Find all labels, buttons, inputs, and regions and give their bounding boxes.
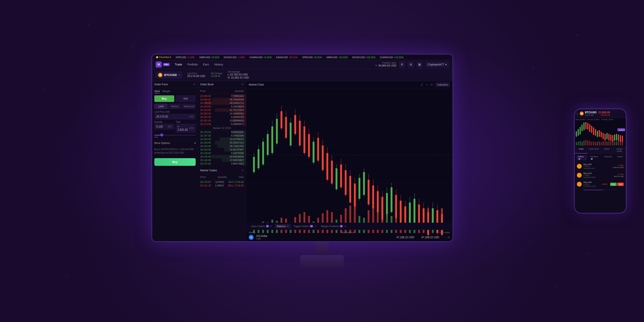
sell-button[interactable]: Sell <box>176 95 196 102</box>
market-trades-title: Market Trades <box>200 169 217 172</box>
trigger-orders-close[interactable]: ✕ <box>314 225 316 227</box>
chart-area[interactable]: 2 3 4 5 6 <box>246 88 452 241</box>
market-btn[interactable]: Market <box>168 104 182 109</box>
pair-selector[interactable]: ₿ BTC/USD ▾ <box>156 72 182 79</box>
buy-button[interactable]: Buy <box>154 95 174 102</box>
ob-bid-0[interactable]: 20,170.00 9.58339481 <box>198 130 246 134</box>
order-form-header: Order Form ✕ <box>152 81 198 88</box>
mobile-tab-depth[interactable]: Depth <box>600 147 613 154</box>
ob-ask-0[interactable]: 20,450.00 7.78583442 <box>198 94 246 98</box>
ob-ask-3[interactable]: 20,220.00 5.23639634 <box>198 105 246 108</box>
mobile-order-info-2: Buy Limit 1.0 BTC 21,500.00 USD <box>584 181 600 187</box>
favorites-label: ⭐ Favorites ▾ <box>156 56 171 59</box>
ob-bid-7[interactable]: 20,145.00 29.59538830 <box>198 155 246 158</box>
mobile-tab-positions[interactable]: Positions 2 <box>589 155 601 160</box>
grid-icon[interactable]: ⊞ <box>408 62 414 68</box>
ticker-item-7[interactable]: DOGE/USD +12.21% <box>352 56 375 59</box>
ticker-item-0[interactable]: XPR/USD -2.18% <box>176 56 195 59</box>
mobile-back-button[interactable]: ‹ <box>577 112 578 115</box>
mobile-tab-mobile-trades[interactable]: Trades <box>615 155 624 160</box>
ob-bid-1[interactable]: 20,167.00 6.59652599 <box>198 134 246 137</box>
ob-ask-5[interactable]: 20,200.00 10.41982052 <box>198 112 246 115</box>
ob-ask-7[interactable]: 20,181.00 11.69549418 <box>198 119 246 122</box>
submit-buy-button[interactable]: Buy <box>154 158 196 166</box>
mobile-buy-btn-2[interactable]: Buy <box>610 183 617 186</box>
more-options[interactable]: More Options ▾ <box>152 140 198 146</box>
tag-icon[interactable]: 🏷 <box>430 83 433 86</box>
ob-bid-6[interactable]: 20,149.00 9.18370000 <box>198 151 246 155</box>
market-trades-header: Market Trades ✕ <box>198 167 246 174</box>
ob-bid-4[interactable]: 20,155.00 28.73431355 <box>198 144 246 148</box>
mobile-chart-area[interactable]: Index 21,6003 24h Low: 21,450.0 24h High… <box>575 118 626 147</box>
balance-row-0: $ US Dollar USD 47,168.22 USD 47,168.22 … <box>249 234 450 240</box>
ob-bid-3[interactable]: 20,160.00 30.26027613 <box>198 141 246 144</box>
tab-spot[interactable]: Spot <box>154 90 160 94</box>
order-form-close[interactable]: ✕ <box>194 83 196 86</box>
balance-label: Balance <box>277 225 286 227</box>
mobile-order-2: Buy Limit 1.0 BTC 21,500.00 USD -0.46% B… <box>575 180 626 189</box>
ob-ask-4[interactable]: 20,310.00 41.75172824 <box>198 108 246 112</box>
mt-trade-1[interactable]: 20,121.16 1.46815 SELL 17:56:08 <box>198 184 246 187</box>
limit-btn[interactable]: Limit <box>154 104 168 109</box>
ticker-item-6[interactable]: XMR/USD +12.21% <box>326 56 348 59</box>
quantity-field[interactable]: 0.125 BTC <box>154 124 174 130</box>
total-balance: 47,168.22 USD <box>396 236 414 239</box>
percent-icon[interactable]: % <box>448 236 450 239</box>
layout-icon[interactable]: ▦ <box>416 62 422 68</box>
margin-positions-close[interactable]: ✕ <box>344 225 346 227</box>
ob-bid-2[interactable]: 20,165.00 23.20798216 <box>198 137 246 141</box>
nav-portfolio[interactable]: Portfolio <box>187 62 198 67</box>
pencil-icon[interactable]: 🖊 <box>421 83 423 86</box>
crosshair-icon[interactable]: ⊹ <box>426 83 428 86</box>
nav-trade[interactable]: Trade <box>175 62 182 67</box>
ob-ask-6[interactable]: 20,187.00 4.28909978 <box>198 115 246 119</box>
tab-trigger-orders[interactable]: Trigger Orders 0 ✕ <box>291 224 318 228</box>
user-button[interactable]: Cryptopunk77 ▾ <box>425 62 449 67</box>
ob-bid-5[interactable]: 20,150.00 19.46747847 <box>198 148 246 151</box>
tab-margin[interactable]: Margin <box>162 90 170 94</box>
ob-bid-8[interactable]: 20,140.00 17.95979887 <box>198 158 246 162</box>
mobile-order-icon-2 <box>577 182 582 187</box>
ticker-item-8[interactable]: CHAIN/USD +12.21% <box>380 56 404 59</box>
mobile-order-amounts-1: -2.77% -600.00 USD <box>614 173 624 177</box>
ob-ask-2[interactable]: 20,290.00 49.92954713 <box>198 101 246 105</box>
monitor-base <box>300 255 344 268</box>
slider-thumb[interactable] <box>160 133 163 137</box>
ticker-item-2[interactable]: DOGE/USD -1.25% <box>224 56 245 59</box>
market-trades-close[interactable]: ✕ <box>242 169 244 172</box>
ob-ask-8[interactable]: 20,173.00 0.25804971 <box>198 122 246 126</box>
mobile-tab-orderbook[interactable]: Order book <box>588 147 600 154</box>
svg-rect-179 <box>601 142 602 145</box>
ticker-item-3[interactable]: CHAIN/USD +2.21% <box>250 56 272 59</box>
ob-bid-9[interactable]: 20,137.00 3.88473913 <box>198 162 246 165</box>
mobile-sell-btn-2[interactable]: Sell <box>617 183 624 186</box>
open-orders-close[interactable]: ✕ <box>270 225 272 227</box>
balance-content: Assets Total balance USD value $ US Doll… <box>246 230 452 241</box>
balance-close[interactable]: ✕ <box>287 225 288 227</box>
tab-margin-positions[interactable]: Margin Positions 0 ✕ <box>319 224 348 228</box>
up-icon[interactable]: ↑ <box>444 236 445 239</box>
mt-trade-0[interactable]: 20,170.87 0.07621 BUY 17:56:08 <box>198 180 246 184</box>
ob-ask-1[interactable]: 20,400.00 39.76629949 <box>198 98 246 101</box>
mobile-tab-chart[interactable]: Chart <box>575 147 588 154</box>
mobile-tab-orders[interactable]: Orders 3 <box>576 155 587 160</box>
nav-earn[interactable]: Earn <box>203 62 209 67</box>
ticker-item-5[interactable]: XPR/USD +0.21% <box>302 56 322 59</box>
tab-balance[interactable]: Balance ✕ <box>275 224 291 228</box>
svg-rect-157 <box>610 135 612 141</box>
total-field[interactable]: + 2,521.62 USD <box>176 124 196 133</box>
nav-history[interactable]: History <box>214 62 223 67</box>
ticker-item-4[interactable]: KAVA/USD -42.21% <box>276 56 298 59</box>
indicators-button[interactable]: Indicators <box>436 83 450 87</box>
ob-close[interactable]: ✕ <box>242 83 244 86</box>
ticker-favorites[interactable]: ⭐ Favorites ▾ <box>156 56 171 59</box>
advanced-btn[interactable]: Advanced <box>182 104 196 109</box>
mobile-tab-balances[interactable]: Balances <box>603 155 614 160</box>
mobile-tab-trades[interactable]: Market trades <box>613 147 626 154</box>
down-icon[interactable]: ↓ <box>446 236 447 239</box>
tab-open-orders[interactable]: Open Orders 3 ✕ <box>249 224 274 228</box>
mobile-order-icon-1 <box>577 173 582 178</box>
settings-icon[interactable]: ⚙ <box>399 62 405 68</box>
limit-price-field[interactable]: 20,173.02 USD <box>154 114 196 119</box>
ticker-item-1[interactable]: XMR/USD +0.21% <box>199 56 219 59</box>
